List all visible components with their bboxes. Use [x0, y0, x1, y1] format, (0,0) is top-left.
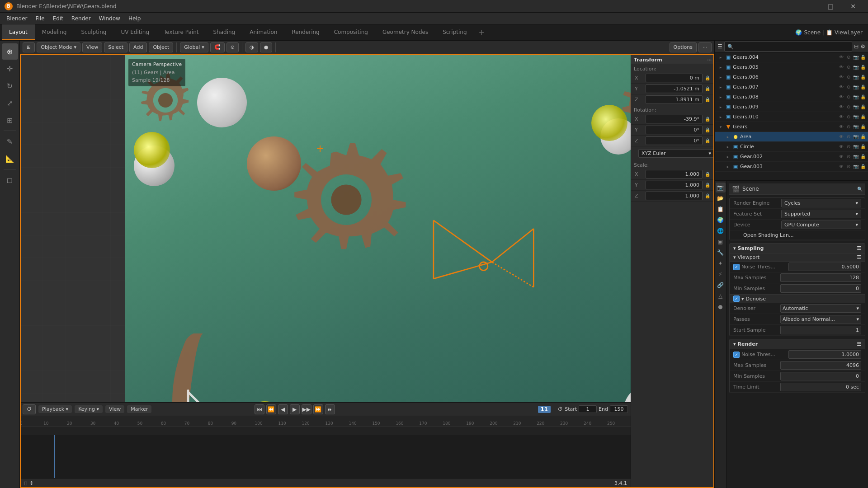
select-lock-button[interactable]: 🔒 — [860, 84, 866, 90]
help-menu[interactable]: Help — [125, 14, 144, 23]
device-select[interactable]: GPU Compute ▾ — [781, 221, 861, 229]
visibility-button[interactable]: 👁 — [838, 164, 844, 170]
scale-y-lock[interactable]: 🔒 — [704, 182, 711, 188]
maximize-button[interactable]: □ — [820, 0, 841, 13]
render-visibility-button[interactable]: 📷 — [853, 114, 859, 120]
expand-button[interactable]: ▸ — [717, 64, 724, 70]
select-lock-button[interactable]: 🔒 — [860, 74, 866, 80]
add-workspace-button[interactable]: + — [474, 24, 489, 40]
scale-tool-button[interactable]: ⤢ — [2, 95, 18, 111]
expand-button[interactable]: ▾ — [717, 124, 724, 130]
editor-type-button[interactable]: ⊞ — [23, 42, 35, 52]
scale-x-lock[interactable]: 🔒 — [704, 171, 711, 178]
feature-set-select[interactable]: Supported ▾ — [781, 210, 861, 218]
select-lock-button[interactable]: 🔒 — [860, 114, 866, 120]
expand-button[interactable]: ▸ — [717, 54, 724, 61]
noise-thresh-value[interactable]: 0.5000 — [788, 263, 861, 271]
step-back-button[interactable]: ◀ — [278, 404, 288, 414]
blender-menu[interactable]: Blender — [3, 14, 31, 23]
step-forward-button[interactable]: ▶▶ — [302, 404, 311, 414]
scale-x-field[interactable]: 1.000 — [646, 170, 703, 178]
tab-sculpting[interactable]: Sculpting — [74, 24, 113, 40]
outliner-item-gears[interactable]: ▾ ▼ Gears 👁 ⊙ 📷 🔒 — [715, 122, 868, 132]
scale-y-field[interactable]: 1.000 — [646, 181, 703, 189]
tab-geometry-nodes[interactable]: Geometry Nodes — [375, 24, 435, 40]
tab-shading[interactable]: Shading — [206, 24, 242, 40]
shading-checkbox[interactable] — [733, 231, 741, 239]
render-noise-thresh-checkbox[interactable]: ✓ — [733, 352, 740, 358]
location-y-field[interactable]: -1.0521 m — [646, 84, 703, 93]
tab-scripting[interactable]: Scripting — [435, 24, 474, 40]
rotation-y-field[interactable]: 0° — [646, 126, 703, 134]
select-lock-button[interactable]: 🔒 — [860, 144, 866, 150]
expand-button[interactable]: ▸ — [717, 104, 724, 110]
visibility-button[interactable]: 👁 — [838, 114, 844, 120]
expand-header-button[interactable]: ⋯ — [698, 42, 712, 52]
jump-end-button[interactable]: ⏭ — [325, 404, 335, 414]
proportional-edit-button[interactable]: ⊙ — [226, 42, 239, 52]
select-lock-button[interactable]: 🔒 — [860, 64, 866, 70]
noise-thresh-checkbox[interactable]: ✓ — [733, 264, 740, 270]
hide-viewport-button[interactable]: ⊙ — [845, 84, 852, 90]
object-mode-button[interactable]: Object Mode ▾ — [37, 42, 80, 52]
viewport-subsection-menu-icon[interactable]: ☰ — [857, 254, 861, 260]
render-menu[interactable]: Render — [68, 14, 94, 23]
rotation-x-field[interactable]: -39.9° — [646, 115, 703, 123]
hide-viewport-button[interactable]: ⊙ — [845, 124, 852, 130]
window-menu[interactable]: Window — [95, 14, 124, 23]
render-visibility-button[interactable]: 📷 — [853, 104, 859, 110]
options-button[interactable]: Options — [670, 42, 697, 52]
expand-button[interactable]: ▸ — [725, 134, 731, 140]
visibility-button[interactable]: 👁 — [838, 104, 844, 110]
prev-keyframe-button[interactable]: ⏪ — [266, 404, 276, 414]
rotation-y-lock[interactable]: 🔒 — [704, 127, 711, 133]
render-visibility-button[interactable]: 📷 — [853, 134, 859, 140]
viewport-subsection-header[interactable]: ▾ Viewport ☰ — [730, 253, 865, 262]
end-frame-input[interactable]: 150 — [610, 405, 628, 413]
location-z-lock[interactable]: 🔒 — [704, 97, 711, 103]
hide-viewport-button[interactable]: ⊙ — [845, 64, 852, 70]
render-props-button[interactable]: 📷 — [716, 183, 726, 192]
sampling-menu-icon[interactable]: ☰ — [857, 245, 861, 251]
jump-start-button[interactable]: ⏮ — [255, 404, 264, 414]
add-cube-button[interactable]: ◻ — [2, 172, 18, 188]
start-sample-value[interactable]: 1 — [780, 326, 861, 334]
scene-props-button[interactable]: 🌍 — [716, 215, 726, 225]
visibility-button[interactable]: 👁 — [838, 154, 844, 160]
rotation-z-field[interactable]: 0° — [646, 136, 703, 145]
outliner-item-gears008[interactable]: ▸ ▣ Gears.008 👁 ⊙ 📷 🔒 — [715, 92, 868, 102]
keying-menu-button[interactable]: Keying ▾ — [75, 405, 103, 413]
start-frame-input[interactable]: 1 — [579, 405, 597, 413]
hide-viewport-button[interactable]: ⊙ — [845, 104, 852, 110]
hide-viewport-button[interactable]: ⊙ — [845, 74, 852, 80]
euler-mode-select[interactable]: XYZ Euler ▾ — [638, 149, 714, 158]
max-samples-value[interactable]: 128 — [780, 273, 861, 282]
current-frame-indicator[interactable]: 11 — [538, 406, 551, 413]
tab-animation[interactable]: Animation — [242, 24, 284, 40]
outliner-item-gears010[interactable]: ▸ ▣ Gears.010 👁 ⊙ 📷 🔒 — [715, 112, 868, 122]
play-button[interactable]: ▶ — [290, 404, 300, 414]
expand-button[interactable]: ▸ — [717, 84, 724, 90]
particles-props-button[interactable]: ✦ — [716, 258, 726, 268]
rotate-tool-button[interactable]: ↻ — [2, 78, 18, 94]
viewport-shading-rendered[interactable]: ● — [260, 42, 273, 52]
transform-tool-button[interactable]: ⊞ — [2, 112, 18, 128]
render-engine-select[interactable]: Cycles ▾ — [781, 199, 861, 207]
render-section-menu-icon[interactable]: ☰ — [857, 341, 861, 347]
tab-layout[interactable]: Layout — [2, 24, 35, 40]
select-lock-button[interactable]: 🔒 — [860, 124, 866, 130]
visibility-button[interactable]: 👁 — [838, 84, 844, 90]
scale-z-lock[interactable]: 🔒 — [704, 193, 711, 199]
expand-button[interactable]: ▸ — [717, 74, 724, 80]
cursor-tool-button[interactable]: ⊕ — [2, 43, 18, 60]
add-menu-button[interactable]: Add — [129, 42, 147, 52]
view-layer-props-button[interactable]: 📋 — [716, 204, 726, 214]
expand-button[interactable]: ▸ — [725, 144, 731, 150]
scene-search-icon[interactable]: 🔍 — [857, 187, 863, 192]
rotation-z-lock[interactable]: 🔒 — [704, 138, 711, 144]
rotation-x-lock[interactable]: 🔒 — [704, 116, 711, 122]
min-samples-value[interactable]: 0 — [780, 284, 861, 293]
marker-button[interactable]: Marker — [127, 405, 151, 413]
hide-viewport-button[interactable]: ⊙ — [845, 94, 852, 100]
playback-menu-button[interactable]: Playback ▾ — [38, 405, 72, 413]
